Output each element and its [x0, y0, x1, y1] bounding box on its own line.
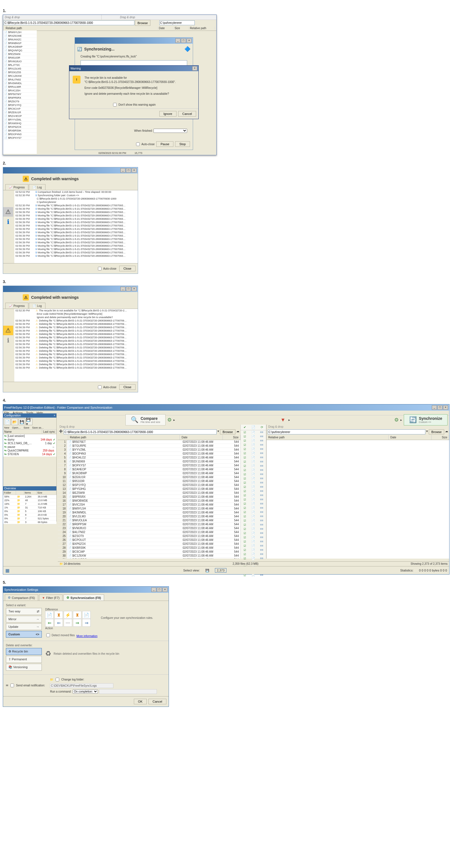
action-row[interactable]: ☑📄==	[241, 506, 266, 510]
overview-row[interactable]: 0%📁5106 KB	[3, 509, 56, 513]
file-row[interactable]: $RUKDBWP	[3, 45, 37, 49]
maximize-icon[interactable]: □	[437, 405, 443, 410]
grid-row[interactable]: 3📄 $IYYVZML02/07/2023 11:08:46 AM544	[58, 448, 240, 452]
action-row[interactable]: ☑📄==	[241, 497, 266, 502]
variant-button[interactable]: Mirror→	[6, 616, 42, 622]
maximize-icon[interactable]: □	[126, 287, 131, 291]
log-row[interactable]: 02:56:39 PMℹMoving file "C:\$Recycle.Bin…	[14, 221, 138, 224]
grid-row[interactable]: 21📄 $IWUOLEA02/07/2023 11:08:46 AM544	[58, 519, 240, 522]
config-close-icon[interactable]: ×	[54, 414, 55, 417]
overview-row[interactable]: 19%📁711.8 MB	[3, 502, 56, 506]
log-row[interactable]: 02:56:39 PM⚠Deleting file "C:\$Recycle.B…	[14, 356, 138, 359]
filter-dropdown-icon[interactable]: ▸	[288, 418, 290, 422]
file-row[interactable]: $R9NBM1P	[3, 41, 37, 45]
file-row[interactable]: $RS3GZS5	[3, 71, 37, 74]
action-row[interactable]: ☑📄==	[241, 460, 266, 464]
action-create-right-icon[interactable]: ⇒	[82, 619, 91, 627]
close-icon[interactable]: ×	[163, 587, 168, 592]
grid-row[interactable]: 24📄 $I4LI7N0202/07/2023 11:08:46 AM544	[58, 530, 240, 534]
log-row[interactable]: 02:56:39 PM⚠Deleting file "C:\$Recycle.B…	[14, 322, 138, 326]
action-row[interactable]: ☑📄==	[241, 544, 266, 548]
file-row[interactable]: $RC6CIAP	[3, 107, 37, 111]
file-row[interactable]: $RXZ5OME	[3, 34, 37, 38]
col-relative-path[interactable]: Relative path	[266, 435, 389, 440]
grid-row[interactable]: 8📄 $IZAHEOP02/07/2023 11:08:46 AM544	[58, 467, 240, 471]
action-row[interactable]: ☑📄==	[241, 468, 266, 472]
log-row[interactable]: 02:56:39 PM⚠Deleting file "C:\$Recycle.B…	[14, 329, 138, 332]
file-row[interactable]: $RP507WY	[3, 92, 37, 96]
log-row[interactable]: Ignore and delete permanently each time …	[14, 316, 138, 319]
file-grid-left[interactable]: 1📄 $R5076ET02/07/2023 11:08:46 AM5442📄 $…	[58, 440, 240, 559]
action-row[interactable]: ☑📄==	[241, 430, 266, 434]
action-row[interactable]: ☑📄==	[241, 476, 266, 480]
diff-conflict-icon[interactable]: ⚡	[64, 611, 72, 619]
action-row[interactable]: ☑📄==	[241, 485, 266, 489]
side-info-icon[interactable]: ℹ	[3, 336, 13, 345]
browse-button-left[interactable]: Browse	[220, 429, 235, 434]
ok-button[interactable]: OK	[134, 699, 147, 704]
delete-option-button[interactable]: ♻ Recycle bin	[6, 648, 42, 655]
open-config-icon[interactable]: 📂	[11, 418, 18, 425]
saveas-dropdown-icon[interactable]: 💾▾	[26, 418, 32, 425]
cancel-button[interactable]: Cancel	[178, 111, 196, 117]
diff-left-only-icon[interactable]: 📄	[45, 611, 54, 619]
action-row[interactable]: ☑📄==	[241, 531, 266, 535]
on-completion-select[interactable]: On completion:	[73, 689, 98, 694]
view-icon[interactable]: 💾	[205, 569, 209, 572]
save-config-icon[interactable]: 💾	[19, 418, 25, 425]
tab-progress[interactable]: 📈Progress	[5, 184, 28, 190]
col-size[interactable]: Size	[431, 435, 449, 440]
path-input-right[interactable]	[268, 429, 425, 434]
log-row[interactable]: 02:56:39 PM⚠Deleting file "C:\$Recycle.B…	[14, 366, 138, 369]
log-row[interactable]: 02:56:39 PMℹMoving file "C:\$Recycle.Bin…	[14, 217, 138, 221]
overview-row[interactable]: 1%📁31710 KB	[3, 506, 56, 509]
grid-row[interactable]: 20📄 $IVLDLM302/07/2023 11:08:46 AM544	[58, 515, 240, 519]
log-row[interactable]: 02:52:30 PMℹSynchronizing folder pair: C…	[14, 194, 138, 197]
synchronize-button[interactable]: 🔄 SynchronizeCustom <>	[404, 414, 448, 426]
log-row[interactable]: 02:56:39 PM⚠Deleting file "C:\$Recycle.B…	[14, 319, 138, 322]
col-relative-path[interactable]: Relative path	[68, 435, 180, 440]
grid-row[interactable]: 5📄 $IHO4LO202/07/2023 11:08:46 AM544	[58, 456, 240, 460]
log-row[interactable]: 02:56:39 PMℹMoving file "C:\$Recycle.Bin…	[14, 238, 138, 241]
action-row[interactable]: ☑📄==	[241, 472, 266, 476]
when-finished-select[interactable]	[153, 129, 187, 133]
grid-row[interactable]: 15📄 $I9PR5RX02/07/2023 11:08:46 AM544	[58, 495, 240, 499]
path-input-left[interactable]	[4, 21, 134, 25]
log-row[interactable]: 02:56:39 PM⚠Deleting file "C:\$Recycle.B…	[14, 359, 138, 363]
log-row[interactable]: 02:56:39 PM⚠Deleting file "C:\$Recycle.B…	[14, 336, 138, 339]
config-row[interactable]: ⇆STEVEN14 days✔	[3, 452, 56, 456]
close-icon[interactable]: ×	[187, 38, 192, 43]
file-row[interactable]: $RYYVZML	[3, 118, 37, 122]
overview-row[interactable]: 0%📁820.8 KB	[3, 513, 56, 517]
grid-row[interactable]: 9📄 $IUKDBWP02/07/2023 11:08:46 AM544	[58, 471, 240, 475]
action-row[interactable]: ☑📄==	[241, 434, 266, 439]
col-relative-path-right[interactable]: Relative path	[189, 27, 215, 30]
side-warn-icon[interactable]: ⚠	[3, 207, 13, 217]
include-header-icon[interactable]: ✔	[244, 426, 246, 429]
log-row[interactable]: Error code 0x80270036 [RecycleBinManager…	[14, 312, 138, 316]
grid-row[interactable]: 11📄 $I95103R02/07/2023 11:08:46 AM544	[58, 479, 240, 483]
overview-row[interactable]: 0%📁366 bytes	[3, 521, 56, 524]
log-row[interactable]: 02:56:39 PM⚠Deleting file "C:\$Recycle.B…	[14, 332, 138, 336]
col-last-sync[interactable]: Last sync	[42, 430, 56, 434]
sync-pin-icon[interactable]: 🔷	[185, 46, 191, 52]
log-row[interactable]: 02:56:39 PMℹMoving file "C:\$Recycle.Bin…	[14, 214, 138, 217]
grid-row[interactable]: 12📄 $ISP1YFQ02/07/2023 11:08:46 AM544	[58, 483, 240, 487]
grid-row[interactable]: 26📄 $ICPOUJT02/07/2023 11:08:46 AM544	[58, 538, 240, 542]
file-grid-right[interactable]	[266, 440, 449, 559]
detect-moved-checkbox[interactable]	[46, 633, 50, 637]
log-row[interactable]: 02:56:39 PMℹMoving file "C:\$Recycle.Bin…	[14, 227, 138, 231]
file-row[interactable]: $RXBRS9K	[3, 129, 37, 132]
log-row[interactable]: 02:56:39 PM⚠Deleting file "C:\$Recycle.B…	[14, 349, 138, 352]
col-date[interactable]: Date	[180, 435, 223, 440]
log-row[interactable]: 02:56:39 PMℹMoving file "C:\$Recycle.Bin…	[14, 244, 138, 247]
autoclose-checkbox[interactable]	[136, 143, 140, 146]
grid-row[interactable]: 7📄 $IOPXYS702/07/2023 11:08:46 AM544	[58, 464, 240, 467]
grid-row[interactable]: 6📄 $IUN696902/07/2023 11:08:46 AM544	[58, 460, 240, 464]
action-update-left-icon[interactable]: ⇐	[54, 619, 63, 627]
action-row[interactable]: ☑📄==	[241, 548, 266, 552]
dropdown-icon[interactable]: ▾	[218, 429, 219, 434]
log-row[interactable]: 02:56:39 PM⚠Deleting file "C:\$Recycle.B…	[14, 346, 138, 349]
path-input-left[interactable]	[64, 429, 217, 434]
grid-row[interactable]: 19📄 $I43WMDL02/07/2023 11:08:46 AM544	[58, 510, 240, 515]
